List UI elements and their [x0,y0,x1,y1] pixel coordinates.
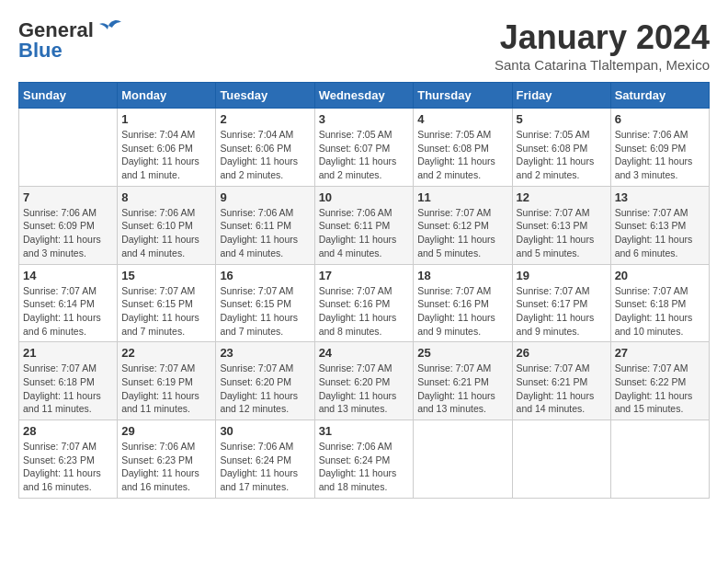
day-info: Sunrise: 7:07 AM Sunset: 6:16 PM Dayligh… [417,284,507,339]
calendar-cell: 31Sunrise: 7:06 AM Sunset: 6:24 PM Dayli… [314,420,414,499]
day-number: 15 [121,269,211,282]
weekday-header-friday: Friday [512,83,610,109]
day-info: Sunrise: 7:07 AM Sunset: 6:16 PM Dayligh… [319,284,410,339]
day-number: 14 [23,269,113,282]
logo-blue-text: Blue [18,39,63,63]
week-row-4: 21Sunrise: 7:07 AM Sunset: 6:18 PM Dayli… [19,342,710,420]
calendar-cell: 22Sunrise: 7:07 AM Sunset: 6:19 PM Dayli… [118,342,216,420]
day-number: 31 [319,424,410,438]
day-number: 10 [319,190,410,204]
day-info: Sunrise: 7:06 AM Sunset: 6:11 PM Dayligh… [220,206,310,260]
calendar-cell: 14Sunrise: 7:07 AM Sunset: 6:14 PM Dayli… [19,264,118,342]
day-info: Sunrise: 7:07 AM Sunset: 6:23 PM Dayligh… [23,440,113,494]
day-info: Sunrise: 7:06 AM Sunset: 6:23 PM Dayligh… [121,440,211,494]
calendar-cell: 28Sunrise: 7:07 AM Sunset: 6:23 PM Dayli… [19,420,118,499]
day-info: Sunrise: 7:07 AM Sunset: 6:13 PM Dayligh… [615,206,705,260]
day-number: 6 [615,112,705,126]
calendar-cell: 3Sunrise: 7:05 AM Sunset: 6:07 PM Daylig… [314,109,414,187]
day-info: Sunrise: 7:07 AM Sunset: 6:22 PM Dayligh… [615,362,705,416]
calendar-table: SundayMondayTuesdayWednesdayThursdayFrid… [18,82,710,499]
calendar-cell [512,420,610,499]
day-number: 1 [121,112,211,126]
calendar-cell: 9Sunrise: 7:06 AM Sunset: 6:11 PM Daylig… [216,186,314,264]
calendar-cell [19,109,118,187]
calendar-cell: 16Sunrise: 7:07 AM Sunset: 6:15 PM Dayli… [216,264,314,342]
calendar-cell: 6Sunrise: 7:06 AM Sunset: 6:09 PM Daylig… [610,109,709,187]
day-number: 27 [615,346,705,360]
day-info: Sunrise: 7:07 AM Sunset: 6:12 PM Dayligh… [417,206,507,260]
calendar-cell: 19Sunrise: 7:07 AM Sunset: 6:17 PM Dayli… [512,264,610,342]
day-info: Sunrise: 7:04 AM Sunset: 6:06 PM Dayligh… [121,128,211,182]
day-info: Sunrise: 7:07 AM Sunset: 6:15 PM Dayligh… [220,284,310,339]
day-info: Sunrise: 7:06 AM Sunset: 6:10 PM Dayligh… [121,206,211,260]
calendar-cell: 30Sunrise: 7:06 AM Sunset: 6:24 PM Dayli… [216,420,314,499]
day-number: 12 [517,190,607,204]
day-info: Sunrise: 7:07 AM Sunset: 6:21 PM Dayligh… [517,362,607,416]
day-number: 21 [23,346,113,360]
day-info: Sunrise: 7:07 AM Sunset: 6:15 PM Dayligh… [121,284,211,339]
day-info: Sunrise: 7:06 AM Sunset: 6:09 PM Dayligh… [615,128,705,182]
calendar-cell: 23Sunrise: 7:07 AM Sunset: 6:20 PM Dayli… [216,342,314,420]
weekday-header-sunday: Sunday [19,83,118,109]
calendar-cell [414,420,512,499]
weekday-header-tuesday: Tuesday [216,83,314,109]
day-info: Sunrise: 7:04 AM Sunset: 6:06 PM Dayligh… [220,128,310,182]
day-info: Sunrise: 7:07 AM Sunset: 6:19 PM Dayligh… [121,362,211,416]
calendar-cell: 2Sunrise: 7:04 AM Sunset: 6:06 PM Daylig… [216,109,314,187]
day-number: 28 [23,424,113,438]
calendar-cell: 26Sunrise: 7:07 AM Sunset: 6:21 PM Dayli… [512,342,610,420]
day-number: 19 [517,269,607,282]
day-number: 25 [417,346,507,360]
day-info: Sunrise: 7:07 AM Sunset: 6:20 PM Dayligh… [319,362,410,416]
page-header: General Blue January 2024 Santa Catarina… [18,18,710,73]
calendar-cell: 1Sunrise: 7:04 AM Sunset: 6:06 PM Daylig… [118,109,216,187]
calendar-cell: 13Sunrise: 7:07 AM Sunset: 6:13 PM Dayli… [610,186,709,264]
calendar-cell: 24Sunrise: 7:07 AM Sunset: 6:20 PM Dayli… [314,342,414,420]
month-title: January 2024 [495,18,710,57]
calendar-cell: 21Sunrise: 7:07 AM Sunset: 6:18 PM Dayli… [19,342,118,420]
day-info: Sunrise: 7:07 AM Sunset: 6:17 PM Dayligh… [517,284,607,339]
calendar-cell: 27Sunrise: 7:07 AM Sunset: 6:22 PM Dayli… [610,342,709,420]
calendar-cell: 15Sunrise: 7:07 AM Sunset: 6:15 PM Dayli… [118,264,216,342]
logo-bird-icon [96,18,121,39]
calendar-cell: 18Sunrise: 7:07 AM Sunset: 6:16 PM Dayli… [414,264,512,342]
calendar-cell: 7Sunrise: 7:06 AM Sunset: 6:09 PM Daylig… [19,186,118,264]
day-number: 3 [319,112,410,126]
day-info: Sunrise: 7:05 AM Sunset: 6:08 PM Dayligh… [417,128,507,182]
day-info: Sunrise: 7:05 AM Sunset: 6:08 PM Dayligh… [517,128,607,182]
day-info: Sunrise: 7:05 AM Sunset: 6:07 PM Dayligh… [319,128,410,182]
location: Santa Catarina Tlaltempan, Mexico [495,57,710,73]
week-row-5: 28Sunrise: 7:07 AM Sunset: 6:23 PM Dayli… [19,420,710,499]
day-info: Sunrise: 7:06 AM Sunset: 6:11 PM Dayligh… [319,206,410,260]
week-row-2: 7Sunrise: 7:06 AM Sunset: 6:09 PM Daylig… [19,186,710,264]
calendar-cell: 11Sunrise: 7:07 AM Sunset: 6:12 PM Dayli… [414,186,512,264]
day-info: Sunrise: 7:07 AM Sunset: 6:20 PM Dayligh… [220,362,310,416]
calendar-cell [610,420,709,499]
day-info: Sunrise: 7:06 AM Sunset: 6:24 PM Dayligh… [319,440,410,494]
calendar-cell: 8Sunrise: 7:06 AM Sunset: 6:10 PM Daylig… [118,186,216,264]
day-number: 23 [220,346,310,360]
day-number: 11 [417,190,507,204]
day-number: 9 [220,190,310,204]
weekday-header-row: SundayMondayTuesdayWednesdayThursdayFrid… [19,83,710,109]
day-number: 2 [220,112,310,126]
day-info: Sunrise: 7:06 AM Sunset: 6:09 PM Dayligh… [23,206,113,260]
day-number: 5 [517,112,607,126]
day-number: 4 [417,112,507,126]
day-info: Sunrise: 7:07 AM Sunset: 6:13 PM Dayligh… [517,206,607,260]
day-number: 7 [23,190,113,204]
day-number: 26 [517,346,607,360]
day-info: Sunrise: 7:06 AM Sunset: 6:24 PM Dayligh… [220,440,310,494]
day-number: 17 [319,269,410,282]
weekday-header-saturday: Saturday [610,83,709,109]
day-number: 18 [417,269,507,282]
day-info: Sunrise: 7:07 AM Sunset: 6:18 PM Dayligh… [615,284,705,339]
calendar-cell: 12Sunrise: 7:07 AM Sunset: 6:13 PM Dayli… [512,186,610,264]
weekday-header-wednesday: Wednesday [314,83,414,109]
calendar-cell: 20Sunrise: 7:07 AM Sunset: 6:18 PM Dayli… [610,264,709,342]
calendar-cell: 17Sunrise: 7:07 AM Sunset: 6:16 PM Dayli… [314,264,414,342]
day-number: 22 [121,346,211,360]
day-number: 30 [220,424,310,438]
week-row-3: 14Sunrise: 7:07 AM Sunset: 6:14 PM Dayli… [19,264,710,342]
day-info: Sunrise: 7:07 AM Sunset: 6:21 PM Dayligh… [417,362,507,416]
